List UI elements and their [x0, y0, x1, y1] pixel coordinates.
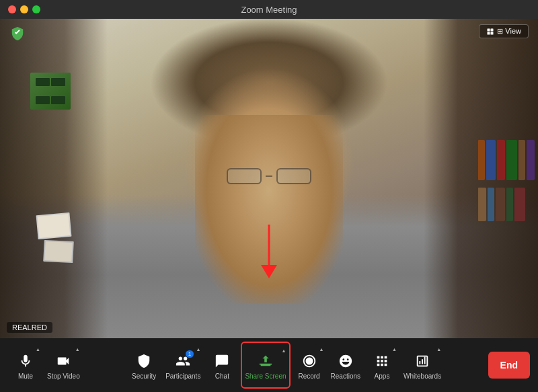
book-3 [497, 140, 505, 180]
glasses [215, 166, 323, 186]
chat-label: Chat [215, 373, 229, 380]
book-10 [506, 188, 513, 221]
mute-button[interactable]: ▲ Mute [8, 342, 43, 389]
apps-caret[interactable]: ▲ [392, 347, 397, 352]
creeper-filler1 [36, 87, 50, 95]
book-6 [527, 140, 535, 180]
participants-icon: 1 [174, 352, 192, 370]
reactions-label: Reactions [331, 373, 360, 380]
creeper-eye-tl [36, 78, 50, 86]
svg-rect-3 [491, 32, 494, 34]
stop-video-caret[interactable]: ▲ [75, 347, 80, 352]
glass-bridge [266, 175, 272, 177]
toolbar: ▲ Mute ▲ Stop Video [0, 338, 538, 392]
close-button[interactable] [8, 5, 16, 13]
security-label: Security [132, 373, 156, 380]
svg-point-6 [305, 358, 313, 365]
reactions-button[interactable]: Reactions [328, 342, 363, 389]
glass-lens-right [276, 168, 311, 184]
creeper-mouth-l [36, 96, 50, 104]
mute-icon [16, 352, 35, 370]
security-icon [134, 352, 153, 370]
creeper-eye-tr [51, 78, 65, 86]
stop-video-button[interactable]: ▲ Stop Video [44, 342, 83, 389]
participants-button[interactable]: ▲ 1 Participants [163, 342, 203, 389]
video-canvas: ⊞ View REALRED [0, 19, 538, 338]
stop-video-icon [54, 352, 73, 370]
view-label: ⊞ View [497, 27, 521, 36]
book-row-1 [478, 140, 535, 180]
photo-frame-1 [36, 212, 72, 239]
video-area: ⊞ View REALRED [0, 19, 538, 338]
book-5 [518, 140, 525, 180]
whiteboards-button[interactable]: ▲ Whiteboards [401, 342, 444, 389]
left-shelf [0, 19, 108, 338]
photo-frame-2 [43, 240, 74, 263]
toolbar-right: End [488, 352, 530, 379]
book-8 [488, 188, 494, 221]
traffic-lights [8, 5, 40, 13]
book-4 [506, 140, 517, 180]
svg-rect-1 [491, 28, 494, 31]
book-row-2 [478, 188, 535, 221]
record-button[interactable]: ▲ Record [292, 342, 327, 389]
svg-rect-2 [488, 32, 490, 34]
security-shield-badge [9, 26, 26, 42]
glass-lens-left [227, 168, 262, 184]
reactions-icon [336, 352, 355, 370]
mute-label: Mute [18, 373, 33, 380]
record-caret[interactable]: ▲ [319, 347, 324, 352]
book-1 [478, 140, 485, 180]
toolbar-center: Security ▲ 1 Participants Chat ▲ [83, 342, 488, 389]
end-button[interactable]: End [488, 352, 530, 379]
whiteboards-label: Whiteboards [404, 373, 441, 380]
participants-label: Participants [165, 373, 200, 380]
mute-caret[interactable]: ▲ [36, 347, 40, 352]
apps-label: Apps [375, 373, 390, 380]
view-button[interactable]: ⊞ View [479, 24, 529, 38]
share-screen-caret[interactable]: ▲ [282, 348, 286, 353]
minimize-button[interactable] [20, 5, 28, 13]
participants-caret[interactable]: ▲ [196, 347, 200, 352]
whiteboards-caret[interactable]: ▲ [436, 347, 441, 352]
toolbar-left: ▲ Mute ▲ Stop Video [8, 342, 83, 389]
record-label: Record [298, 373, 319, 380]
creeper-decoration [30, 73, 71, 110]
share-screen-button[interactable]: ▲ Share Screen [241, 342, 290, 389]
shield-icon [10, 26, 25, 41]
stop-video-label: Stop Video [47, 373, 80, 380]
chat-button[interactable]: Chat [204, 342, 239, 389]
apps-button[interactable]: ▲ Apps [364, 342, 399, 389]
photo-frames [37, 214, 73, 262]
share-screen-label: Share Screen [245, 373, 286, 380]
right-shelf [424, 19, 538, 338]
creeper-face [36, 78, 65, 104]
apps-icon [373, 352, 391, 370]
svg-rect-0 [488, 28, 490, 31]
view-icon [486, 28, 494, 36]
person-face [195, 115, 343, 303]
share-screen-icon [256, 352, 275, 370]
title-bar: Zoom Meeting [0, 0, 538, 19]
book-2 [486, 140, 496, 180]
chat-icon [213, 352, 231, 370]
book-9 [496, 188, 505, 221]
security-button[interactable]: Security [126, 342, 161, 389]
maximize-button[interactable] [32, 5, 40, 13]
book-11 [514, 188, 525, 221]
creeper-mouth-r [51, 96, 65, 104]
record-icon [300, 352, 319, 370]
creeper-filler2 [51, 87, 65, 95]
books-right [478, 140, 535, 221]
participants-count-badge: 1 [186, 350, 194, 358]
whiteboards-icon [413, 352, 432, 370]
participant-name-badge: REALRED [7, 322, 52, 333]
book-7 [478, 188, 486, 221]
window-title: Zoom Meeting [241, 5, 297, 15]
